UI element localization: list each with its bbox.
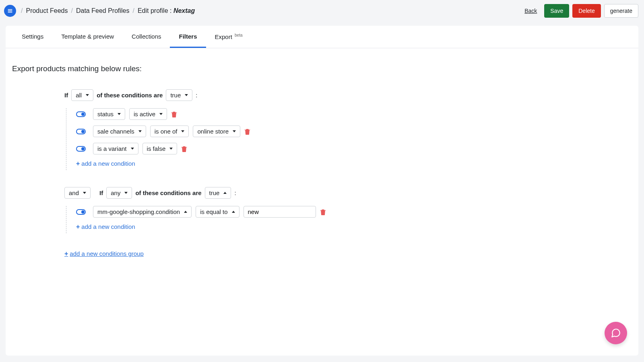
- tab-export-label: Export: [215, 33, 232, 40]
- condition-value-select[interactable]: online store: [193, 125, 240, 137]
- trash-icon: [244, 128, 250, 135]
- chevron-down-icon: [159, 113, 163, 115]
- group1-bool-select[interactable]: true: [166, 89, 192, 101]
- add-condition-link[interactable]: + add a new condition: [76, 160, 135, 167]
- help-fab[interactable]: [605, 322, 627, 344]
- chat-icon: [611, 328, 621, 338]
- group1-quantifier-value: all: [76, 92, 82, 99]
- condition-value-input[interactable]: [244, 206, 316, 218]
- colon: :: [234, 189, 236, 196]
- breadcrumb-data-feed-profiles[interactable]: Data Feed Profiles: [76, 7, 130, 14]
- trash-icon: [181, 146, 187, 152]
- condition-row: is a variant is false: [76, 143, 632, 154]
- condition-toggle[interactable]: [76, 129, 86, 134]
- group1-quantifier-select[interactable]: all: [71, 89, 93, 101]
- topbar-left: / Product Feeds / Data Feed Profiles / E…: [4, 5, 195, 17]
- condition-field-select[interactable]: mm-google-shopping.condition: [93, 206, 192, 218]
- group1-header: If all of these conditions are true :: [64, 89, 632, 101]
- group2-bool-select[interactable]: true: [205, 187, 231, 199]
- add-conditions-group-link[interactable]: + add a new conditions group: [64, 250, 144, 257]
- add-condition-label: add a new condition: [81, 223, 135, 230]
- chevron-down-icon: [138, 130, 142, 132]
- breadcrumb-current: Edit profile : Nextag: [138, 7, 195, 14]
- group2-header: and If any of these conditions are true …: [64, 187, 632, 199]
- colon: :: [196, 92, 197, 99]
- chevron-down-icon: [86, 94, 89, 96]
- add-group-label: add a new conditions group: [70, 250, 143, 257]
- beta-badge: beta: [235, 33, 242, 37]
- condition-row: mm-google-shopping.condition is equal to: [76, 206, 632, 218]
- group-combiner-value: and: [69, 189, 79, 196]
- condition-row: sale channels is one of online store: [76, 125, 632, 137]
- tab-template[interactable]: Template & preview: [52, 26, 123, 48]
- condition-field-value: mm-google-shopping.condition: [97, 208, 180, 215]
- condition-op-value: is one of: [155, 128, 178, 135]
- filters-content: Export products matching below rules: If…: [6, 48, 638, 265]
- plus-icon: +: [76, 160, 80, 167]
- condition-operator-select[interactable]: is one of: [150, 125, 189, 137]
- tab-collections[interactable]: Collections: [123, 26, 170, 48]
- delete-condition-button[interactable]: [171, 111, 177, 117]
- tab-filters[interactable]: Filters: [170, 26, 206, 48]
- breadcrumb-prefix: Edit profile :: [138, 7, 173, 14]
- chevron-down-icon: [181, 130, 184, 132]
- chevron-down-icon: [169, 148, 173, 150]
- chevron-up-icon: [232, 211, 235, 213]
- breadcrumb-separator: /: [132, 7, 134, 14]
- group-combiner-select[interactable]: and: [64, 187, 91, 199]
- breadcrumb-product-feeds[interactable]: Product Feeds: [26, 7, 68, 14]
- condition-operator-select[interactable]: is equal to: [196, 206, 239, 218]
- delete-condition-button[interactable]: [244, 128, 250, 135]
- delete-button[interactable]: Delete: [572, 4, 601, 18]
- condition-operator-select[interactable]: is false: [142, 143, 178, 154]
- condition-operator-select[interactable]: is active: [129, 108, 167, 120]
- chevron-down-icon: [124, 192, 128, 194]
- section-title: Export products matching below rules:: [12, 64, 632, 73]
- if-label: If: [64, 92, 68, 99]
- chevron-down-icon: [233, 130, 236, 132]
- add-condition-link[interactable]: + add a new condition: [76, 223, 135, 230]
- condition-field-value: sale channels: [97, 128, 134, 135]
- group1-bool-value: true: [170, 92, 181, 99]
- condition-field-select[interactable]: sale channels: [93, 125, 146, 137]
- chevron-down-icon: [83, 192, 86, 194]
- hamburger-icon: [7, 8, 13, 14]
- if-label: If: [99, 189, 103, 196]
- tab-export[interactable]: Export beta: [206, 26, 252, 48]
- condition-row: status is active: [76, 108, 632, 120]
- condition-toggle[interactable]: [76, 209, 86, 215]
- breadcrumb-separator: /: [71, 7, 73, 14]
- condition-toggle[interactable]: [76, 146, 86, 152]
- condition-op-value: is equal to: [200, 208, 227, 215]
- menu-button[interactable]: [4, 5, 16, 17]
- tab-settings[interactable]: Settings: [13, 26, 52, 48]
- back-link[interactable]: Back: [524, 8, 537, 14]
- condition-toggle[interactable]: [76, 111, 86, 117]
- save-button[interactable]: Save: [544, 4, 569, 18]
- condition-op-value: is false: [147, 145, 166, 152]
- breadcrumb-profile-name: Nextag: [173, 7, 195, 14]
- group2-conditions: mm-google-shopping.condition is equal to…: [66, 206, 632, 233]
- delete-condition-button[interactable]: [181, 146, 187, 152]
- trash-icon: [320, 209, 326, 215]
- chevron-down-icon: [118, 113, 121, 115]
- chevron-up-icon: [184, 211, 187, 213]
- condition-field-value: status: [97, 111, 114, 117]
- group1-conditions: status is active sale channels: [66, 108, 632, 170]
- add-condition-label: add a new condition: [81, 160, 135, 167]
- of-these-label: of these conditions are: [135, 189, 201, 196]
- chevron-up-icon: [223, 192, 227, 194]
- condition-field-value: is a variant: [97, 145, 127, 152]
- of-these-label: of these conditions are: [97, 92, 163, 99]
- group2-bool-value: true: [209, 189, 220, 196]
- group2-quantifier-select[interactable]: any: [106, 187, 132, 199]
- condition-field-select[interactable]: is a variant: [93, 143, 138, 154]
- condition-op-value: is active: [134, 111, 155, 117]
- main-panel: Settings Template & preview Collections …: [6, 26, 638, 356]
- group2-quantifier-value: any: [111, 189, 120, 196]
- rules-container: If all of these conditions are true : st…: [12, 89, 632, 257]
- generate-button[interactable]: generate: [604, 4, 638, 18]
- delete-condition-button[interactable]: [320, 209, 326, 215]
- chevron-down-icon: [185, 94, 188, 96]
- condition-field-select[interactable]: status: [93, 108, 125, 120]
